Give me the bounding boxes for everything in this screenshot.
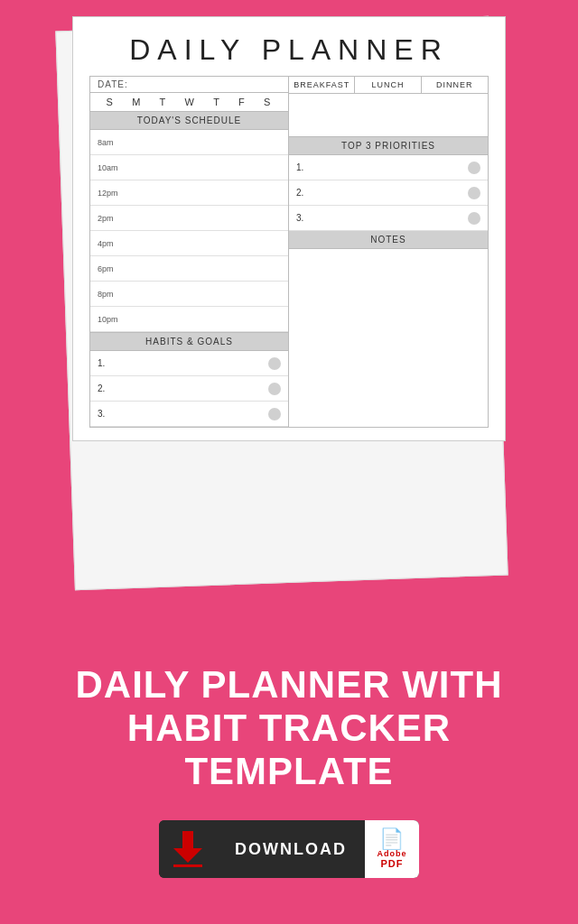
time-slot-6pm: 6pm [90,256,288,282]
days-row: S M T W T F S [90,93,288,112]
download-arrow-icon [173,831,202,867]
day-s1: S [107,97,115,107]
time-slot-4pm: 4pm [90,231,288,256]
priority-row-2: 2. [289,180,488,206]
title-line2: HABIT TRACKER [75,707,502,750]
paper-stack: DAILY PLANNER DAILY PLANNER DATE: S M T … [72,16,506,594]
day-m: M [132,97,142,107]
arrow-line [173,864,202,867]
priority-circle-2 [468,187,480,199]
day-t2: T [213,97,221,107]
download-label[interactable]: DOWNLOAD [217,829,365,870]
download-button[interactable]: DOWNLOAD 📄 Adobe PDF [159,820,419,878]
habit-row-3: 3. [90,402,288,427]
bottom-section: DAILY PLANNER WITH HABIT TRACKER TEMPLAT… [0,617,578,924]
adobe-logo-text: Adobe [377,849,406,858]
habit-circle-2 [268,383,281,395]
day-t1: T [160,97,168,107]
planner-title: DAILY PLANNER [89,33,489,67]
priority-circle-1 [468,162,480,174]
priority-row-1: 1. [289,155,488,180]
arrow-head [173,848,202,863]
time-slot-10pm: 10pm [90,307,288,332]
dinner-header: DINNER [422,77,488,93]
priority-circle-3 [468,212,480,225]
habit-circle-3 [268,408,281,420]
time-slot-2pm: 2pm [90,206,288,231]
lunch-header: LUNCH [355,77,421,93]
habit-row-1: 1. [90,351,288,376]
habit-circle-1 [268,357,281,370]
notes-area [289,249,488,348]
day-s2: S [264,97,272,107]
paper-front: DAILY PLANNER DATE: S M T W T F S TODAY'… [72,16,506,441]
right-column: BREAKFAST LUNCH DINNER TOP 3 PRIORITIES … [289,77,488,427]
habits-header: HABITS & GOALS [90,332,288,351]
adobe-icon: 📄 [379,829,404,849]
adobe-pdf-text: PDF [380,858,403,869]
day-f: F [238,97,247,107]
left-column: DATE: S M T W T F S TODAY'S SCHEDULE 8am… [90,77,289,427]
habit-row-2: 2. [90,376,288,402]
notes-header: NOTES [289,231,488,249]
time-slot-12pm: 12pm [90,180,288,206]
day-w: W [185,97,196,107]
time-slot-8pm: 8pm [90,282,288,307]
title-line1: DAILY PLANNER WITH [75,663,502,707]
priority-row-3: 3. [289,206,488,231]
date-label: DATE: [90,77,288,93]
time-slot-8am: 8am [90,130,288,155]
time-slot-10am: 10am [90,155,288,180]
breakfast-header: BREAKFAST [289,77,355,93]
title-line3: TEMPLATE [75,750,502,793]
meal-area [289,94,488,137]
main-title: DAILY PLANNER WITH HABIT TRACKER TEMPLAT… [75,663,502,794]
schedule-header: TODAY'S SCHEDULE [90,112,288,130]
meals-header: BREAKFAST LUNCH DINNER [289,77,488,94]
download-icon-area [159,820,217,878]
planner-grid: DATE: S M T W T F S TODAY'S SCHEDULE 8am… [89,76,489,428]
arrow-shaft [182,831,193,848]
adobe-badge: 📄 Adobe PDF [365,820,419,878]
priorities-header: TOP 3 PRIORITIES [289,137,488,155]
